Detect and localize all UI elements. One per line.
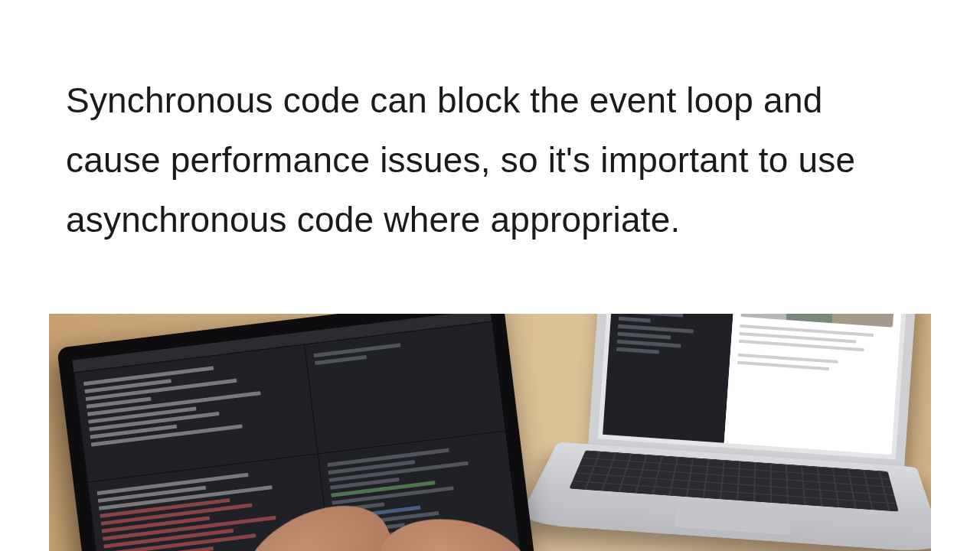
laptop-left-screen [57,314,540,551]
laptop-right-trackpad [673,504,790,535]
laptop-left [57,314,540,551]
slide: Synchronous code can block the event loo… [0,0,980,551]
laptop-right-page [724,314,903,455]
laptop-right [580,314,930,551]
laptop-right-screen [588,314,918,469]
body-text: Synchronous code can block the event loo… [66,70,916,250]
laptop-right-sidebar [603,314,736,443]
hero-photo [49,314,931,551]
